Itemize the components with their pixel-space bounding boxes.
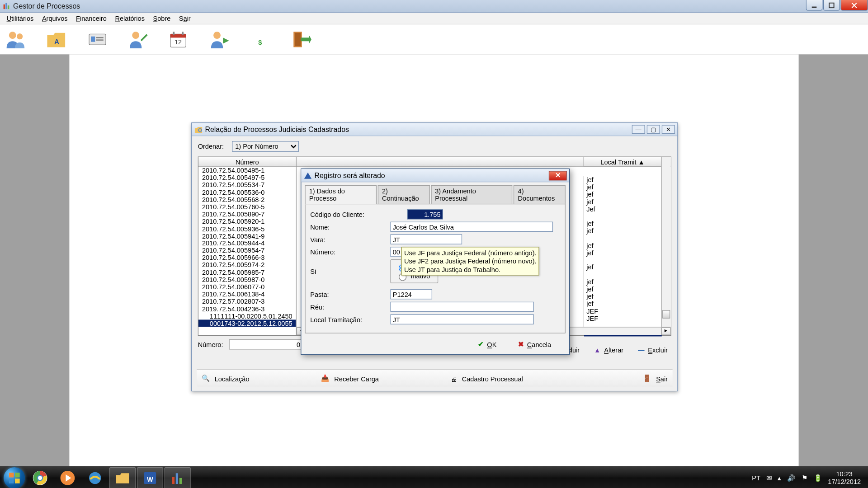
receber-carga-button[interactable]: 📥Receber Carga <box>321 375 379 382</box>
col-header-local[interactable]: Local Tramit ▲ <box>584 157 661 167</box>
taskbar-media-player[interactable] <box>54 467 80 488</box>
maximize-button[interactable] <box>823 0 840 11</box>
tool-person-play-icon[interactable] <box>207 27 232 51</box>
table-row-local[interactable]: jef <box>584 183 662 191</box>
vertical-scrollbar[interactable] <box>661 157 670 327</box>
table-row-local[interactable] <box>584 235 662 242</box>
input-pasta[interactable] <box>390 289 432 299</box>
tool-exit-icon[interactable] <box>288 27 313 51</box>
menu-relatorios[interactable]: Relatórios <box>111 14 149 23</box>
table-row-local[interactable]: jef <box>584 198 662 205</box>
tray-mail-icon[interactable]: ✉ <box>766 474 772 482</box>
taskbar-gestor[interactable] <box>165 467 191 488</box>
cancel-button[interactable]: ✖Cancela <box>518 341 551 348</box>
input-reu[interactable] <box>390 302 533 312</box>
input-codigo[interactable] <box>407 209 443 219</box>
table-row-local[interactable]: jef <box>584 278 662 286</box>
table-row[interactable]: 2010.72.54.005568-2 <box>198 196 296 203</box>
tab-continuacao[interactable]: 2) Continuação <box>378 185 430 204</box>
table-row-local[interactable] <box>584 271 662 278</box>
mdi-maximize-button[interactable]: ▢ <box>647 125 660 134</box>
tray-flag-icon[interactable]: ⚑ <box>802 474 807 482</box>
menu-arquivos[interactable]: Arquivos <box>38 14 72 23</box>
mdi-minimize-button[interactable]: — <box>632 125 645 134</box>
tab-andamento[interactable]: 3) Andamento Processual <box>431 185 513 204</box>
tray-chevron-up-icon[interactable]: ▴ <box>778 474 781 482</box>
mdi-close-button[interactable]: ✕ <box>662 125 675 134</box>
tray-lang[interactable]: PT <box>752 474 760 482</box>
table-row[interactable]: 1111111-00.0200.5.01.2450 <box>198 312 296 319</box>
taskbar-word[interactable]: W <box>137 467 163 488</box>
table-row-local[interactable]: jef <box>584 242 662 249</box>
menu-sair[interactable]: Sair <box>175 14 195 23</box>
col-header-numero[interactable]: Número <box>198 157 296 167</box>
table-row[interactable]: 2010.72.54.005985-7 <box>198 269 296 276</box>
minimize-button[interactable] <box>806 0 822 11</box>
table-row-local[interactable]: jef <box>584 227 662 235</box>
table-row-local[interactable]: jef <box>584 191 662 198</box>
table-row[interactable]: 2010.72.54.005974-2 <box>198 261 296 268</box>
table-row[interactable]: 2010.72.54.006077-0 <box>198 283 296 291</box>
tab-documentos[interactable]: 4) Documentos <box>514 185 566 204</box>
table-row-local[interactable] <box>584 257 662 264</box>
menu-financeiro[interactable]: Financeiro <box>72 14 111 23</box>
table-row[interactable]: 2010.72.54.005495-1 <box>198 167 296 174</box>
taskbar-explorer[interactable] <box>109 467 136 488</box>
table-row[interactable]: 2010.72.54.005987-0 <box>198 276 296 283</box>
table-row[interactable]: 2010.72.54.006138-4 <box>198 291 296 298</box>
taskbar-ie[interactable] <box>82 467 108 488</box>
dialog-close-button[interactable]: ✕ <box>549 171 567 180</box>
table-row-local[interactable] <box>584 213 662 220</box>
table-row-local[interactable]: JEF <box>584 315 662 322</box>
table-row[interactable]: 2010.72.54.005966-3 <box>198 254 296 261</box>
table-row-local[interactable]: jef <box>584 286 662 293</box>
tool-money-icon[interactable]: $ <box>247 27 273 51</box>
tool-card-icon[interactable] <box>85 27 110 51</box>
ok-button[interactable]: ✔OK <box>478 341 496 348</box>
table-row-local[interactable]: jef <box>584 293 662 300</box>
localizacao-button[interactable]: 🔍Localização <box>202 375 250 382</box>
cadastro-processual-button[interactable]: 🖨Cadastro Processual <box>451 375 523 382</box>
table-row[interactable]: 2010.72.54.005534-7 <box>198 181 296 188</box>
table-row[interactable]: 2010.72.54.005497-5 <box>198 174 296 181</box>
input-vara[interactable] <box>390 234 462 244</box>
tool-folder-a-icon[interactable]: A <box>44 27 70 51</box>
table-row[interactable]: 2010.72.57.002807-3 <box>198 298 296 305</box>
start-button[interactable] <box>2 466 26 488</box>
menu-sobre[interactable]: Sobre <box>149 14 175 23</box>
table-row[interactable]: 2010.72.54.005760-5 <box>198 203 296 211</box>
table-row[interactable]: 0001743-02.2012.5.12.0055 <box>198 319 296 327</box>
numero-input[interactable] <box>229 339 303 349</box>
table-row[interactable]: 2010.72.54.005936-5 <box>198 225 296 232</box>
menu-utilitarios[interactable]: Utilitários <box>2 14 38 23</box>
table-row[interactable]: 2010.72.54.005941-9 <box>198 232 296 239</box>
sair-button[interactable]: 🚪Sair <box>643 375 668 382</box>
table-row-local[interactable]: jef <box>584 249 662 256</box>
tray-clock[interactable]: 10:23 17/12/2012 <box>828 470 861 486</box>
tray-battery-icon[interactable]: 🔋 <box>814 474 822 482</box>
ordenar-select[interactable]: 1) Por Número <box>232 141 299 152</box>
table-row-local[interactable]: jef <box>584 300 662 307</box>
table-row-local[interactable]: jef <box>584 264 662 271</box>
taskbar-chrome[interactable] <box>27 467 53 488</box>
alterar-button[interactable]: ▲Alterar <box>594 346 623 354</box>
table-row[interactable]: 2010.72.54.005920-1 <box>198 218 296 225</box>
tool-clients-icon[interactable] <box>4 27 29 51</box>
table-row-local[interactable]: jef <box>584 176 662 183</box>
tool-person-edit-icon[interactable] <box>126 27 151 51</box>
input-nome[interactable] <box>390 222 553 232</box>
table-row-local[interactable]: jef <box>584 220 662 227</box>
table-row[interactable]: 2010.72.54.005954-7 <box>198 247 296 254</box>
excluir-button[interactable]: —Excluir <box>638 346 668 354</box>
input-local[interactable] <box>390 314 533 324</box>
close-button[interactable] <box>840 0 868 11</box>
table-row-local[interactable]: JEF <box>584 307 662 314</box>
tool-calendar-icon[interactable]: 12 <box>166 27 192 51</box>
table-row[interactable]: 2019.72.54.004236-3 <box>198 305 296 312</box>
table-row-local[interactable]: Jef <box>584 206 662 213</box>
table-row[interactable]: 2010.72.54.005890-7 <box>198 211 296 218</box>
table-row[interactable]: 2010.72.54.005944-4 <box>198 239 296 247</box>
tray-volume-icon[interactable]: 🔊 <box>787 474 796 482</box>
tab-dados-processo[interactable]: 1) Dados do Processo <box>305 185 377 204</box>
table-row[interactable]: 2010.72.54.005536-0 <box>198 188 296 196</box>
